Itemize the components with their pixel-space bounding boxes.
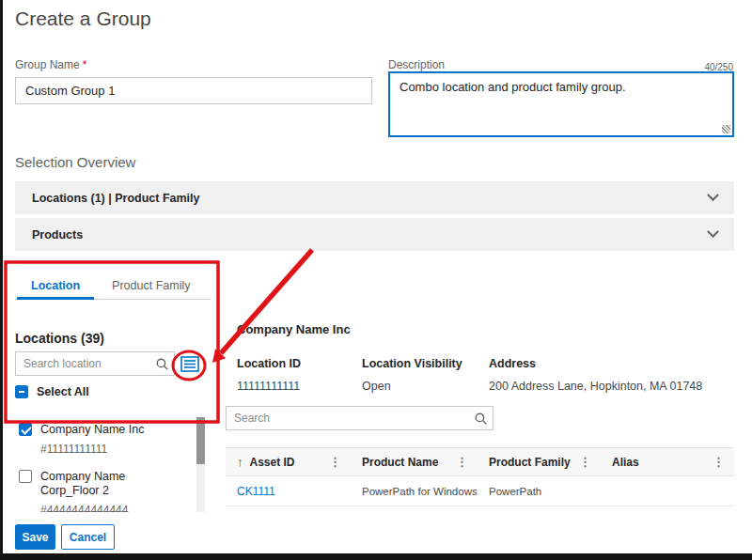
- list-view-icon: [180, 356, 199, 375]
- chevron-down-icon: [707, 189, 719, 201]
- list-scrollbar[interactable]: [196, 417, 205, 512]
- location-name: Company Name Corp_Floor 2: [40, 470, 163, 498]
- field-location-visibility: Location Visibility Open: [362, 357, 462, 393]
- product-family-cell: PowerPath: [478, 486, 601, 497]
- asset-id-link[interactable]: CK1111: [237, 485, 275, 498]
- accordion-products[interactable]: Products: [15, 218, 734, 251]
- sort-ascending-icon: ↑: [237, 455, 243, 469]
- select-all-checkbox[interactable]: [15, 385, 28, 398]
- select-all-label: Select All: [37, 385, 89, 398]
- accordion-label: Products: [32, 228, 83, 241]
- picker-tabbar: Location Product Family: [15, 272, 212, 300]
- location-search-input[interactable]: [16, 357, 156, 370]
- create-group-page: Create a Group Group Name* Description 4…: [0, 0, 752, 560]
- location-list: Company Name Inc #11111111111 Company Na…: [15, 417, 194, 512]
- annotation-arrow-head: [212, 349, 226, 363]
- table-header-row: ↑ Asset ID ⋮ Product Name ⋮ Product Fami…: [226, 447, 734, 476]
- asset-search-input[interactable]: [227, 412, 475, 425]
- required-asterisk: *: [83, 58, 87, 71]
- location-id: #11111111111: [40, 443, 163, 456]
- select-all-row: Select All: [15, 385, 89, 398]
- page-title: Create a Group: [15, 8, 151, 30]
- location-name: Company Name Inc: [40, 423, 163, 437]
- list-view-button[interactable]: [178, 354, 202, 376]
- group-name-label: Group Name*: [15, 58, 86, 71]
- list-item[interactable]: Company Name Corp_Floor 2 #4444444444444: [15, 464, 194, 512]
- cancel-button[interactable]: Cancel: [61, 524, 115, 550]
- column-header-alias[interactable]: Alias ⋮: [601, 448, 734, 475]
- column-menu-icon[interactable]: ⋮: [711, 455, 727, 469]
- column-header-asset-id[interactable]: ↑ Asset ID ⋮: [226, 448, 351, 475]
- tab-location[interactable]: Location: [15, 272, 96, 299]
- textarea-resize-handle[interactable]: [722, 125, 730, 133]
- field-address: Address 200 Address Lane, Hopkinton, MA …: [489, 357, 702, 393]
- accordion-locations-product-family[interactable]: Locations (1) | Product Family: [15, 181, 734, 214]
- description-textarea[interactable]: Combo location and product family group.: [388, 71, 734, 137]
- list-item[interactable]: Company Name Inc #11111111111: [15, 417, 194, 456]
- window-border-left: [0, 0, 3, 560]
- accordion-label: Locations (1) | Product Family: [32, 192, 200, 205]
- location-checkbox[interactable]: [19, 470, 32, 483]
- group-name-input[interactable]: [15, 77, 372, 104]
- column-menu-icon[interactable]: ⋮: [454, 455, 470, 469]
- search-icon: [475, 412, 487, 425]
- column-header-product-name[interactable]: Product Name ⋮: [351, 448, 478, 475]
- details-company-name: Company Name Inc: [237, 322, 351, 336]
- table-row[interactable]: CK1111 PowerPath for Windows PowerPath: [226, 476, 734, 506]
- annotation-arrow-shaft: [221, 250, 312, 353]
- tab-product-family[interactable]: Product Family: [96, 272, 206, 299]
- location-checkbox[interactable]: [19, 423, 32, 436]
- column-header-product-family[interactable]: Product Family ⋮: [478, 448, 601, 475]
- location-item-text: Company Name Inc #11111111111: [40, 423, 163, 456]
- save-button[interactable]: Save: [15, 524, 55, 550]
- asset-search-box: [226, 406, 494, 430]
- description-label: Description: [388, 58, 445, 71]
- assets-table: ↑ Asset ID ⋮ Product Name ⋮ Product Fami…: [226, 447, 734, 506]
- location-id: #4444444444444: [40, 504, 163, 512]
- column-menu-icon[interactable]: ⋮: [577, 455, 593, 469]
- locations-heading: Locations (39): [15, 331, 104, 346]
- window-border-bottom: [0, 553, 752, 560]
- location-search-box: [15, 351, 175, 376]
- scrollbar-thumb[interactable]: [196, 417, 205, 464]
- location-item-text: Company Name Corp_Floor 2 #4444444444444: [40, 470, 163, 512]
- chevron-down-icon: [707, 226, 719, 238]
- column-menu-icon[interactable]: ⋮: [327, 455, 343, 469]
- product-name-cell: PowerPath for Windows: [351, 486, 478, 497]
- selection-overview-title: Selection Overview: [15, 154, 135, 170]
- field-location-id: Location ID 11111111111: [237, 357, 301, 393]
- search-icon: [156, 358, 168, 370]
